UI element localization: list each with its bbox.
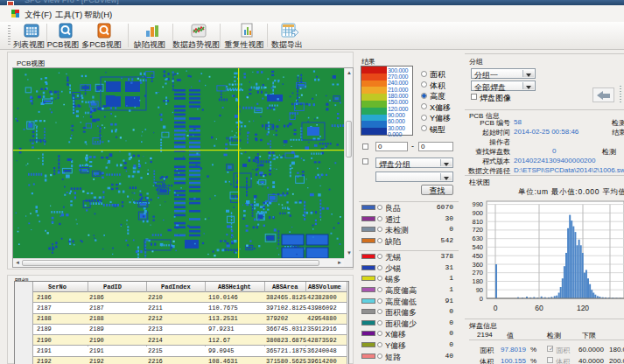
- svg-text:540: 540: [472, 243, 483, 251]
- svg-text:720: 720: [472, 226, 483, 234]
- svg-text:630: 630: [472, 234, 483, 242]
- svg-text:990: 990: [472, 200, 483, 208]
- svg-text:360: 360: [472, 261, 483, 269]
- svg-text:270: 270: [472, 269, 483, 276]
- svg-text:0: 0: [480, 295, 483, 303]
- svg-text:450: 450: [472, 252, 483, 260]
- svg-text:900: 900: [472, 209, 483, 217]
- svg-text:180: 180: [472, 277, 483, 285]
- svg-text:810: 810: [472, 218, 483, 226]
- svg-text:120: 120: [577, 304, 589, 312]
- svg-text:60: 60: [535, 304, 543, 312]
- svg-text:90: 90: [476, 286, 483, 294]
- svg-text:0: 0: [494, 304, 498, 312]
